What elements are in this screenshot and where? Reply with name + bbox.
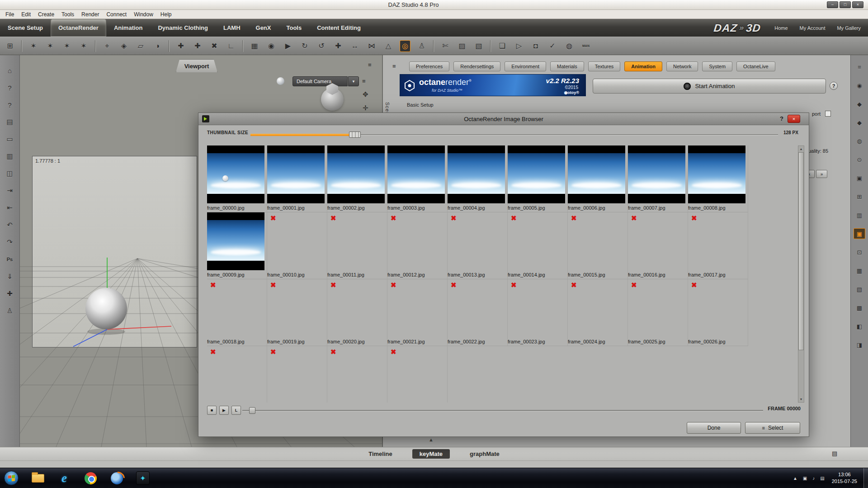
image-cell[interactable]: frame_00002.jpg (327, 145, 387, 212)
menu-edit[interactable]: Edit (18, 11, 34, 18)
weight-paint-icon[interactable]: ◑ (152, 40, 163, 52)
menu-connect[interactable]: Connect (103, 11, 130, 18)
octane-tab-network[interactable]: Network (666, 61, 698, 71)
octane-tab-preferences[interactable]: Preferences (409, 61, 449, 71)
tab-dynamic-clothing[interactable]: Dynamic Clothing (150, 19, 216, 37)
octane-tab-octanelive[interactable]: OctaneLive (736, 61, 775, 71)
tab-lamh[interactable]: LAMH (216, 19, 248, 37)
scroll-up-icon[interactable]: ▲ (798, 146, 804, 152)
create-light-icon[interactable]: ✶ (78, 40, 89, 52)
image-cell[interactable]: frame_00008.jpg (688, 145, 748, 212)
show-desktop-button[interactable] (863, 468, 868, 488)
chrome-button[interactable] (83, 470, 98, 486)
image-cell[interactable]: frame_00007.jpg (628, 145, 688, 212)
recent-files-icon[interactable]: ▥ (4, 151, 16, 162)
save-icon[interactable]: ◫ (4, 168, 16, 179)
tool-settings-icon[interactable]: ▦ (854, 265, 865, 276)
image-cell[interactable]: ✖frame_00019.jpg (267, 279, 327, 346)
scrollbar-thumb[interactable] (798, 152, 804, 350)
render-settings-icon[interactable]: ▨ (457, 40, 467, 52)
done-button[interactable]: Done (687, 422, 741, 434)
tray-display-icon[interactable]: ▣ (803, 476, 807, 481)
tab-tools[interactable]: Tools (279, 19, 310, 37)
move-cross-icon[interactable]: ✛ (363, 104, 368, 112)
image-cell[interactable]: ✖frame_00025.jpg (628, 279, 688, 346)
world-icon[interactable]: ◍ (564, 40, 575, 52)
select-tool-icon[interactable]: ▶ (283, 40, 293, 52)
render-icon[interactable]: ▧ (473, 40, 484, 52)
export-icon[interactable]: ⇤ (4, 202, 16, 213)
next-page-button[interactable]: » (816, 170, 827, 178)
grid-scrollbar[interactable]: ▲ ▼ (798, 145, 804, 403)
image-cell[interactable]: frame_00000.jpg (207, 145, 267, 212)
node-connect-icon[interactable]: ⋈ (366, 40, 377, 52)
menu-tools[interactable]: Tools (58, 11, 78, 18)
image-cell[interactable]: frame_00005.jpg (508, 145, 568, 212)
puppeteer-icon[interactable]: ✚ (4, 288, 16, 299)
snap-grid-icon[interactable]: ▦ (249, 40, 260, 52)
image-cell[interactable]: ✖frame_00013.jpg (448, 212, 508, 279)
panel-menu-icon[interactable]: ≡ (392, 63, 396, 70)
image-cell[interactable]: ✖frame_00024.jpg (568, 279, 628, 346)
panel-menu-icon[interactable]: ≡ (854, 61, 865, 72)
viewport-tab[interactable]: Viewport (176, 59, 217, 72)
menu-file[interactable]: File (2, 11, 18, 18)
frame-view-icon[interactable]: △ (383, 40, 394, 52)
octane-tab-environment[interactable]: Environment (505, 61, 546, 71)
image-cell[interactable]: ✖frame_00017.jpg (688, 212, 748, 279)
image-cell[interactable]: ✖frame_00020.jpg (327, 279, 387, 346)
image-cell[interactable]: ✖ (267, 346, 327, 403)
image-cell[interactable]: ✖frame_00018.jpg (207, 279, 267, 346)
link-my-account[interactable]: My Account (800, 25, 826, 31)
node-list-icon[interactable]: ⊞ (5, 40, 15, 52)
content-library-icon[interactable]: ⊞ (854, 191, 865, 202)
internet-explorer-button[interactable]: e (57, 470, 72, 486)
figure-pose-icon[interactable]: ♙ (4, 305, 16, 316)
surface-select-icon[interactable]: ◎ (400, 40, 410, 52)
loop-button[interactable]: L (231, 406, 241, 415)
link-my-gallery[interactable]: My Gallery (837, 25, 861, 31)
timeline-icon[interactable]: ▩ (854, 302, 865, 313)
redo-icon[interactable]: ↷ (4, 237, 16, 248)
image-cell[interactable]: ✖frame_00021.jpg (387, 279, 448, 346)
thumbnail-size-slider-handle[interactable] (349, 131, 361, 138)
image-cell[interactable]: ✖frame_00015.jpg (568, 212, 628, 279)
pointer-icon[interactable]: ▷ (514, 40, 524, 52)
dolly-view-icon[interactable]: ↔ (349, 40, 360, 52)
tray-network-icon[interactable]: ▤ (820, 476, 824, 481)
image-cell[interactable]: ✖frame_00011.jpg (327, 212, 387, 279)
image-cell[interactable]: ✖frame_00014.jpg (508, 212, 568, 279)
render-frame[interactable] (32, 156, 197, 347)
pan-view-icon[interactable]: ✚ (333, 40, 344, 52)
dialog-close-button[interactable]: × (788, 115, 800, 123)
image-cell[interactable]: ✖frame_00022.jpg (448, 279, 508, 346)
tray-volume-icon[interactable]: ♪ (812, 476, 815, 481)
tab-genx[interactable]: GenX (248, 19, 279, 37)
tab-content-editing[interactable]: Content Editing (309, 19, 368, 37)
cut-icon[interactable]: ✄ (440, 40, 451, 52)
file-explorer-button[interactable] (30, 470, 46, 486)
bottom-tab-keymate[interactable]: keyMate (412, 449, 450, 459)
frame-slider-track[interactable] (242, 410, 763, 412)
link-home[interactable]: Home (774, 25, 788, 31)
pane-options-icon[interactable]: ≡ (368, 61, 372, 68)
image-cell[interactable]: frame_00006.jpg (568, 145, 628, 212)
delete-node-icon[interactable]: ✖ (209, 40, 220, 52)
menu-window[interactable]: Window (130, 11, 157, 18)
joint-editor-icon[interactable]: ⌖ (102, 40, 113, 52)
daz-studio-button[interactable]: ✦ (135, 470, 151, 486)
octane-tab-animation[interactable]: Animation (624, 61, 662, 71)
pan-hand-icon[interactable]: ✥ (363, 90, 368, 99)
window-titlebar[interactable]: DAZ Studio 4.8 Pro – □ × (0, 0, 868, 10)
image-cell[interactable]: frame_00001.jpg (267, 145, 327, 212)
camera-ball-icon[interactable] (277, 77, 284, 85)
menu-render[interactable]: Render (78, 11, 103, 18)
camera-selector[interactable]: Default Camera (292, 76, 348, 86)
import-icon[interactable]: ⇥ (4, 185, 16, 196)
scene-info-icon[interactable]: ▥ (854, 210, 865, 221)
octane-tab-textures[interactable]: Textures (588, 61, 621, 71)
pane-collapse-arrow-icon[interactable]: ▲ (429, 437, 434, 442)
lighting-icon[interactable]: ◍ (854, 136, 865, 146)
whats-new-icon[interactable]: ? (4, 82, 16, 93)
image-cell[interactable]: ✖ (327, 346, 387, 403)
